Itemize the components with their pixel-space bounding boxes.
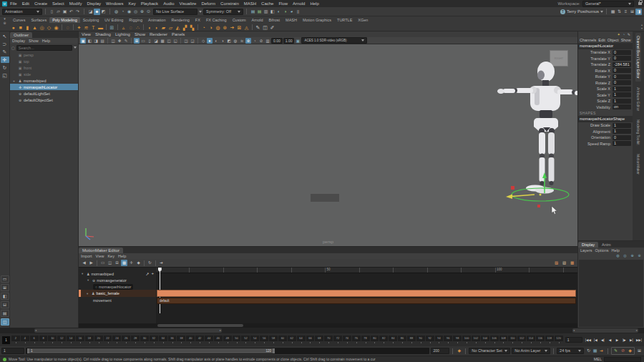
viewport-menu-show[interactable]: Show: [135, 32, 145, 36]
edit-membership-icon[interactable]: ◫: [262, 24, 268, 31]
timeslider-frame-46[interactable]: 46: [214, 336, 223, 341]
redo-icon[interactable]: ↷: [74, 9, 81, 15]
quad-draw-icon[interactable]: ▱: [167, 24, 174, 31]
shelf-tab-fx-caching[interactable]: FX Caching: [203, 17, 230, 23]
channel-rotate-x[interactable]: Rotate X0: [578, 68, 633, 74]
layer-menu-layers[interactable]: Layers: [580, 248, 592, 253]
expand-icon[interactable]: ▾: [87, 278, 91, 282]
dock-tab-modeling-toolkit[interactable]: Modeling Toolkit: [635, 117, 641, 148]
key-icon[interactable]: ◆: [135, 260, 142, 266]
step-forward-frame-button[interactable]: ▶|: [628, 336, 635, 344]
shelf-tab-poly-modeling[interactable]: Poly Modeling: [49, 17, 80, 23]
menu-help[interactable]: Help: [310, 1, 318, 6]
graph-snap-icon[interactable]: ▦: [592, 348, 598, 354]
channelbox-menu-channels[interactable]: Channels: [580, 38, 596, 42]
symmetry-field[interactable]: Symmetry: Off: [203, 9, 243, 15]
polygon-cone-icon[interactable]: ▲: [31, 24, 38, 31]
shelf-tab-curves[interactable]: Curves: [10, 17, 28, 23]
create-polygon-tool-icon[interactable]: ✦: [76, 24, 82, 31]
menu-constrain[interactable]: Constrain: [220, 1, 239, 6]
polygon-disc-icon[interactable]: ◉: [53, 24, 59, 31]
outliner-item-momaxpathLocator[interactable]: ✛momaxpathLocator: [10, 84, 78, 90]
menu-visualize[interactable]: Visualize: [179, 1, 196, 6]
horizontal-scrollbar[interactable]: ◂▸: [572, 328, 638, 333]
timeslider-frame-82[interactable]: 82: [379, 336, 388, 341]
shelf-tab-custom[interactable]: Custom: [230, 17, 249, 23]
timeslider-frame-104[interactable]: 104: [481, 336, 489, 341]
chevron-down-icon[interactable]: [74, 47, 77, 49]
bookmarks-icon[interactable]: ▤: [99, 38, 105, 44]
menu-file[interactable]: File: [10, 1, 17, 6]
timeslider-frame-62[interactable]: 62: [288, 336, 296, 341]
menu-modify[interactable]: Modify: [69, 1, 82, 6]
add-icon[interactable]: +: [151, 271, 154, 276]
motionmaker-menu-help[interactable]: Help: [118, 254, 126, 258]
average-vertices-icon[interactable]: ⊛: [222, 24, 228, 31]
ui-elements-icon[interactable]: ▦: [610, 9, 616, 15]
outliner-menu-display[interactable]: Display: [12, 39, 25, 43]
viewport-menu-view[interactable]: View: [82, 32, 91, 36]
scrollbar-thumb[interactable]: [157, 324, 243, 327]
timeslider-frame-12[interactable]: 12: [57, 336, 66, 341]
select-object-icon[interactable]: ■: [94, 9, 100, 15]
channel-value[interactable]: 0: [613, 56, 631, 61]
channel-value[interactable]: 0: [613, 74, 631, 79]
outliner-menu-show[interactable]: Show: [29, 39, 39, 43]
channel-translate-z[interactable]: Translate Z-284.581: [578, 62, 633, 68]
tree-item-momaxpathlocator[interactable]: ○ momaxpathlocator: [79, 283, 156, 290]
menu-windows[interactable]: Windows: [106, 1, 123, 6]
shelf-tab-rendering[interactable]: Rendering: [168, 17, 192, 23]
channel-box-node-name[interactable]: momaxpathLocator: [578, 43, 633, 49]
shelf-gear-icon[interactable]: ⊛: [3, 21, 6, 25]
channel-rotate-z[interactable]: Rotate Z0: [578, 80, 633, 87]
channel-value[interactable]: 0: [613, 80, 631, 85]
timeslider-frame-66[interactable]: 66: [306, 336, 315, 341]
channel-speed-ramp[interactable]: Speed Ramp1: [578, 141, 633, 147]
select-mode-icon[interactable]: ▦: [121, 260, 127, 266]
sweep-mesh-icon[interactable]: ▬: [97, 24, 104, 31]
timeslider-frame-96[interactable]: 96: [444, 336, 452, 341]
timeslider-frame-20[interactable]: 20: [94, 336, 103, 341]
timeslider-frame-70[interactable]: 70: [324, 336, 333, 341]
viewport-canvas[interactable]: RIGHT: [79, 44, 577, 246]
menu-create[interactable]: Create: [34, 1, 47, 6]
timeslider-frame-50[interactable]: 50: [233, 336, 241, 341]
current-frame-indicator[interactable]: 1: [2, 336, 10, 344]
lasso-tool-icon[interactable]: ⊃: [1, 41, 9, 47]
render-sequence-icon[interactable]: ▥: [263, 9, 269, 15]
lock-workspace-icon[interactable]: [638, 2, 642, 5]
timeslider-frame-16[interactable]: 16: [76, 336, 84, 341]
filter-icon[interactable]: ▢: [11, 46, 15, 50]
timeslider-frame-6[interactable]: 6: [30, 336, 39, 341]
mirror-icon[interactable]: ◭: [175, 24, 181, 31]
motionmaker-menu-import[interactable]: Import: [81, 254, 92, 258]
menu-select[interactable]: Select: [52, 1, 64, 6]
channel-draw-scale[interactable]: Draw Scale1: [578, 122, 633, 129]
graph-layout-icon[interactable]: ▤: [1, 310, 9, 317]
image-plane-icon[interactable]: ◫: [110, 38, 116, 44]
timeslider-frame-14[interactable]: 14: [67, 336, 75, 341]
timeslider-frame-102[interactable]: 102: [472, 336, 480, 341]
timeslider-frame-8[interactable]: 8: [39, 336, 48, 341]
move-clip-icon[interactable]: ✛: [128, 260, 135, 266]
timeslider-frame-28[interactable]: 28: [131, 336, 140, 341]
two-pane-layout-icon[interactable]: ⊟: [1, 301, 9, 308]
menu-deform[interactable]: Deform: [201, 1, 215, 6]
shelf-tab-xgen[interactable]: XGen: [355, 17, 371, 23]
shelf-tab-surfaces[interactable]: Surfaces: [28, 17, 49, 23]
play-backwards-button[interactable]: ◀: [607, 336, 613, 344]
timeslider-frame-42[interactable]: 42: [195, 336, 204, 341]
timeslider-frame-76[interactable]: 76: [352, 336, 361, 341]
anti-alias-icon[interactable]: ⊛: [245, 38, 251, 44]
paint-select-tool-icon[interactable]: ✎: [1, 49, 9, 55]
polygon-plane-icon[interactable]: ◇: [46, 24, 52, 31]
playback-loop-icon[interactable]: ↻: [585, 348, 592, 354]
undo-icon[interactable]: ◀: [81, 260, 87, 266]
horizontal-scrollbar[interactable]: ◂▸: [34, 328, 222, 333]
render-settings-icon[interactable]: ◧: [269, 9, 275, 15]
shelf-tab-mash[interactable]: MASH: [283, 17, 300, 23]
outliner-search-input[interactable]: [17, 46, 72, 50]
select-component-icon[interactable]: ◩: [100, 9, 107, 15]
lights-icon[interactable]: ◑: [220, 38, 225, 44]
multi-cut-icon[interactable]: ✐: [269, 24, 275, 31]
